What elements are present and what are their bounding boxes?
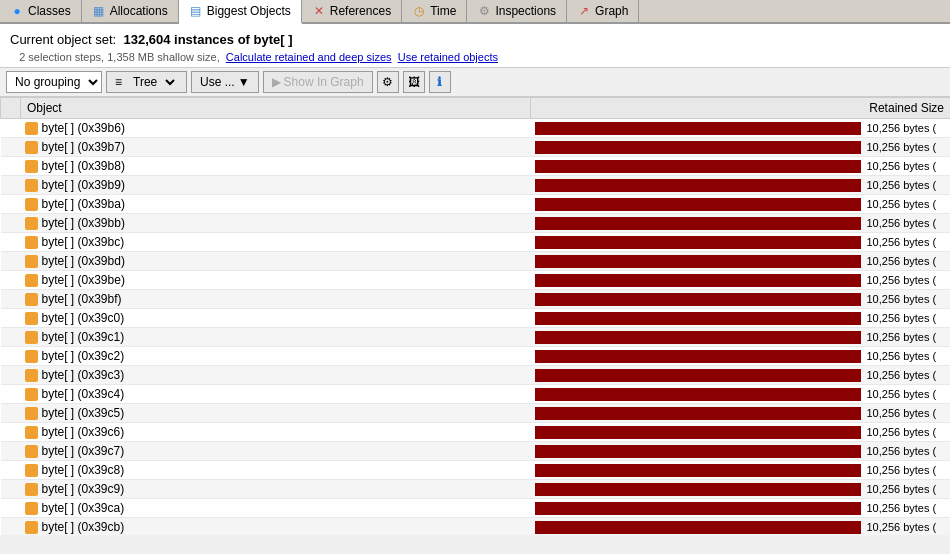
tab-graph[interactable]: ↗ Graph	[567, 0, 639, 22]
table-row[interactable]: byte[ ] (0x39c7)10,256 bytes (	[1, 442, 951, 461]
table-row[interactable]: byte[ ] (0x39c3)10,256 bytes (	[1, 366, 951, 385]
biggest-objects-icon: ▤	[189, 4, 203, 18]
row-retained-cell: 10,256 bytes (	[531, 366, 951, 385]
object-icon	[25, 141, 38, 154]
tab-graph-label: Graph	[595, 4, 628, 18]
table-row[interactable]: byte[ ] (0x39bf)10,256 bytes (	[1, 290, 951, 309]
toolbar: No grouping By class By package By modul…	[0, 67, 950, 97]
table-row[interactable]: byte[ ] (0x39b6)10,256 bytes (	[1, 119, 951, 138]
retained-bar	[535, 331, 861, 344]
table-row[interactable]: byte[ ] (0x39b9)10,256 bytes (	[1, 176, 951, 195]
object-name: byte[ ] (0x39c2)	[42, 349, 125, 363]
table-row[interactable]: byte[ ] (0x39c0)10,256 bytes (	[1, 309, 951, 328]
tab-time[interactable]: ◷ Time	[402, 0, 467, 22]
table-row[interactable]: byte[ ] (0x39c8)10,256 bytes (	[1, 461, 951, 480]
object-icon	[25, 236, 38, 249]
bar-wrapper: 10,256 bytes (	[535, 122, 947, 135]
retained-size-label: 10,256 bytes (	[867, 122, 947, 134]
use-retained-link[interactable]: Use retained objects	[398, 51, 498, 63]
object-name: byte[ ] (0x39b6)	[42, 121, 125, 135]
tree-mode-btn[interactable]: ≡ Tree List Flat	[106, 71, 187, 93]
row-retained-cell: 10,256 bytes (	[531, 233, 951, 252]
retained-size-label: 10,256 bytes (	[867, 198, 947, 210]
col-object-header[interactable]: Object	[21, 98, 531, 119]
col-retained-header[interactable]: Retained Size	[531, 98, 951, 119]
row-check-cell	[1, 252, 21, 271]
table-row[interactable]: byte[ ] (0x39bd)10,256 bytes (	[1, 252, 951, 271]
use-btn[interactable]: Use ... ▼	[191, 71, 259, 93]
graph-icon: ↗	[577, 4, 591, 18]
bar-wrapper: 10,256 bytes (	[535, 350, 947, 363]
row-object-cell: byte[ ] (0x39ca)	[21, 499, 531, 518]
table-header: Object Retained Size	[1, 98, 951, 119]
row-check-cell	[1, 138, 21, 157]
objects-table: Object Retained Size byte[ ] (0x39b6)10,…	[0, 97, 950, 535]
row-check-cell	[1, 233, 21, 252]
grouping-select[interactable]: No grouping By class By package By modul…	[7, 72, 101, 92]
table-row[interactable]: byte[ ] (0x39bb)10,256 bytes (	[1, 214, 951, 233]
gear-icon: ⚙	[382, 75, 393, 89]
object-icon	[25, 445, 38, 458]
inspections-icon: ⚙	[477, 4, 491, 18]
object-icon	[25, 179, 38, 192]
table-row[interactable]: byte[ ] (0x39ba)10,256 bytes (	[1, 195, 951, 214]
show-in-graph-btn[interactable]: ▶ Show In Graph	[263, 71, 373, 93]
retained-bar	[535, 407, 861, 420]
retained-bar	[535, 369, 861, 382]
table-row[interactable]: byte[ ] (0x39c9)10,256 bytes (	[1, 480, 951, 499]
table-row[interactable]: byte[ ] (0x39c1)10,256 bytes (	[1, 328, 951, 347]
row-retained-cell: 10,256 bytes (	[531, 309, 951, 328]
tab-biggest-objects[interactable]: ▤ Biggest Objects	[179, 0, 302, 24]
table-row[interactable]: byte[ ] (0x39c4)10,256 bytes (	[1, 385, 951, 404]
object-name: byte[ ] (0x39c1)	[42, 330, 125, 344]
tab-inspections[interactable]: ⚙ Inspections	[467, 0, 567, 22]
time-icon: ◷	[412, 4, 426, 18]
table-row[interactable]: byte[ ] (0x39b7)10,256 bytes (	[1, 138, 951, 157]
row-object-cell: byte[ ] (0x39bc)	[21, 233, 531, 252]
object-name: byte[ ] (0x39c7)	[42, 444, 125, 458]
table-row[interactable]: byte[ ] (0x39b8)10,256 bytes (	[1, 157, 951, 176]
table-row[interactable]: byte[ ] (0x39c2)10,256 bytes (	[1, 347, 951, 366]
table-row[interactable]: byte[ ] (0x39cb)10,256 bytes (	[1, 518, 951, 536]
bar-wrapper: 10,256 bytes (	[535, 426, 947, 439]
table-body: byte[ ] (0x39b6)10,256 bytes (byte[ ] (0…	[1, 119, 951, 536]
row-object-cell: byte[ ] (0x39c9)	[21, 480, 531, 499]
tab-references[interactable]: ✕ References	[302, 0, 402, 22]
object-name: byte[ ] (0x39c3)	[42, 368, 125, 382]
table-row[interactable]: byte[ ] (0x39c5)10,256 bytes (	[1, 404, 951, 423]
row-check-cell	[1, 271, 21, 290]
table-row[interactable]: byte[ ] (0x39be)10,256 bytes (	[1, 271, 951, 290]
tree-select[interactable]: Tree List Flat	[125, 71, 178, 93]
grouping-select-wrapper[interactable]: No grouping By class By package By modul…	[6, 71, 102, 93]
row-retained-cell: 10,256 bytes (	[531, 119, 951, 138]
object-icon	[25, 502, 38, 515]
info-btn[interactable]: ℹ	[429, 71, 451, 93]
row-object-cell: byte[ ] (0x39bb)	[21, 214, 531, 233]
calculate-retained-link[interactable]: Calculate retained and deep sizes	[226, 51, 392, 63]
retained-size-label: 10,256 bytes (	[867, 217, 947, 229]
row-retained-cell: 10,256 bytes (	[531, 518, 951, 536]
retained-bar	[535, 141, 861, 154]
object-icon	[25, 426, 38, 439]
row-object-cell: byte[ ] (0x39ba)	[21, 195, 531, 214]
object-icon	[25, 160, 38, 173]
row-check-cell	[1, 290, 21, 309]
object-icon	[25, 483, 38, 496]
tab-bar: ● Classes ▦ Allocations ▤ Biggest Object…	[0, 0, 950, 24]
tab-classes[interactable]: ● Classes	[0, 0, 82, 22]
gear-btn[interactable]: ⚙	[377, 71, 399, 93]
row-retained-cell: 10,256 bytes (	[531, 347, 951, 366]
table-row[interactable]: byte[ ] (0x39ca)10,256 bytes (	[1, 499, 951, 518]
bar-wrapper: 10,256 bytes (	[535, 483, 947, 496]
table-row[interactable]: byte[ ] (0x39bc)10,256 bytes (	[1, 233, 951, 252]
object-name: byte[ ] (0x39c4)	[42, 387, 125, 401]
row-retained-cell: 10,256 bytes (	[531, 252, 951, 271]
object-icon	[25, 255, 38, 268]
row-check-cell	[1, 157, 21, 176]
object-name: byte[ ] (0x39cb)	[42, 520, 125, 534]
current-set-label: Current object set:	[10, 32, 116, 47]
object-icon	[25, 331, 38, 344]
tab-allocations[interactable]: ▦ Allocations	[82, 0, 179, 22]
table-row[interactable]: byte[ ] (0x39c6)10,256 bytes (	[1, 423, 951, 442]
image-btn[interactable]: 🖼	[403, 71, 425, 93]
